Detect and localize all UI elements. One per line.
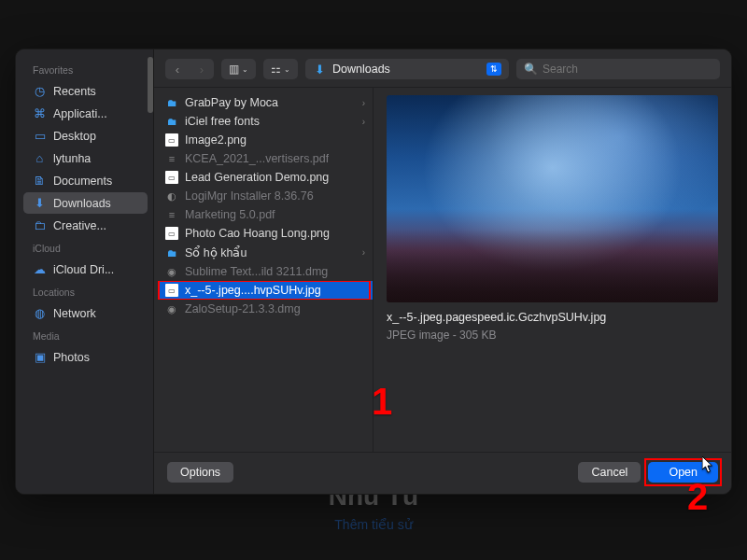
chevron-up-down-icon: ⇅ [486,63,501,76]
sidebar-item-network[interactable]: ◍Network [23,302,148,324]
sidebar-item-label: iCloud Dri... [53,263,114,276]
preview-thumbnail [387,95,718,302]
group-switcher: ⚏⌄ [263,59,298,79]
folder-icon: 🖿 [165,115,178,128]
chevron-right-icon: › [362,247,365,258]
sidebar-item-applicati[interactable]: ⌘Applicati... [23,103,148,124]
dialog-footer: Options Cancel Open [154,452,731,494]
sidebar-item-label: Downloads [53,197,111,210]
toolbar: ‹ › ▥⌄ ⚏⌄ ⬇ Downloads ⇅ 🔍 [154,49,731,87]
sidebar-item-recents[interactable]: ◷Recents [23,80,148,102]
sidebar-item-label: Applicati... [53,107,107,120]
file-name-label: LogiMgr Installer 8.36.76 [185,189,314,203]
forward-button[interactable]: › [190,59,214,79]
file-row[interactable]: 🖿Sổ hộ khẩu› [158,243,373,262]
grid-view-button[interactable]: ⚏⌄ [263,59,298,79]
download-icon: ⬇ [33,196,47,210]
file-name-label: Sổ hộ khẩu [185,245,247,259]
file-row[interactable]: ▭x_--5-.jpeg....hvpSUHv.jpg [158,281,373,300]
search-input[interactable] [543,63,712,76]
sidebar: Favorites◷Recents⌘Applicati...▭Desktop⌂l… [16,49,154,494]
file-row[interactable]: ≡KCEA_2021_...vertisers.pdf [158,149,373,168]
search-icon: 🔍 [524,63,538,76]
view-switcher: ▥⌄ [221,59,256,79]
file-column[interactable]: 🖿GrabPay by Moca›🖿iCiel free fonts›▭Imag… [154,88,374,452]
file-row[interactable]: ▭Photo Cao Hoang Long.png [158,224,373,243]
sidebar-item-iclouddri[interactable]: ☁iCloud Dri... [23,259,148,280]
dmg-icon: ◉ [165,302,178,315]
folder-icon: 🗀 [33,218,47,232]
file-name-label: Lead Generation Demo.png [185,171,329,184]
file-name-label: Sublime Text...ild 3211.dmg [185,265,328,278]
clock-icon: ◷ [33,84,47,98]
preview-metadata: JPEG image - 305 KB [387,329,718,342]
sidebar-scrollbar[interactable] [148,57,153,113]
file-row[interactable]: 🖿GrabPay by Moca› [158,93,373,112]
preview-panel: x_--5-.jpeg.pagespeed.ic.GczhvpSUHv.jpg … [374,88,731,452]
sidebar-section-title: Favorites [23,59,153,79]
nav-buttons: ‹ › [165,59,214,79]
sidebar-item-label: lytunha [53,152,91,165]
chevron-right-icon: › [362,117,365,127]
file-name-label: Image2.png [185,133,247,147]
file-row[interactable]: ≡Marketing 5.0.pdf [158,205,373,224]
image-icon: ▭ [165,227,178,240]
photos-icon: ▣ [33,350,47,364]
app-icon: ⌘ [33,106,47,120]
file-name-label: Photo Cao Hoang Long.png [185,227,330,240]
file-row[interactable]: ▭Image2.png [158,131,373,149]
location-popup[interactable]: ⬇ Downloads ⇅ [305,59,509,79]
download-icon: ⬇ [313,63,327,77]
file-name-label: ZaloSetup-21.3.3.dmg [185,302,301,315]
cloud-icon: ☁ [33,262,47,276]
file-name-label: KCEA_2021_...vertisers.pdf [185,152,329,165]
sidebar-item-creative[interactable]: 🗀Creative... [23,215,148,236]
globe-icon: ◍ [33,306,47,320]
main-panel: ‹ › ▥⌄ ⚏⌄ ⬇ Downloads ⇅ 🔍 🖿GrabPay by Mo… [154,49,731,494]
pdf-icon: ≡ [165,152,178,165]
cancel-button[interactable]: Cancel [578,462,641,483]
sidebar-item-label: Desktop [53,130,96,143]
file-name-label: Marketing 5.0.pdf [185,208,275,221]
sidebar-item-desktop[interactable]: ▭Desktop [23,125,148,147]
columns-view-button[interactable]: ▥⌄ [221,59,256,79]
sidebar-section-title: Media [23,325,153,345]
sidebar-item-label: Recents [53,85,96,98]
search-field[interactable]: 🔍 [516,59,720,79]
open-button[interactable]: Open [648,462,718,483]
back-button[interactable]: ‹ [165,59,190,79]
image-icon: ▭ [165,133,178,147]
options-button[interactable]: Options [167,462,233,483]
image-icon: ▭ [165,284,178,297]
sidebar-item-label: Creative... [53,219,106,232]
folder-icon: 🖿 [165,246,178,259]
folder-icon: 🖿 [165,96,178,109]
file-name-label: iCiel free fonts [185,115,260,128]
sidebar-section-title: iCloud [23,237,153,258]
sidebar-item-documents[interactable]: 🗎Documents [23,170,148,191]
sidebar-section-title: Locations [23,281,153,301]
chevron-right-icon: › [362,98,365,108]
file-name-label: x_--5-.jpeg....hvpSUHv.jpg [185,284,321,297]
home-icon: ⌂ [33,151,47,165]
file-name-label: GrabPay by Moca [185,96,278,109]
sidebar-item-label: Network [53,307,96,320]
file-row[interactable]: ▭Lead Generation Demo.png [158,168,373,187]
location-label: Downloads [332,63,481,76]
dmg-icon: ◉ [165,265,178,278]
sidebar-item-downloads[interactable]: ⬇Downloads [23,192,148,214]
image-icon: ▭ [165,171,178,184]
file-row[interactable]: ◉ZaloSetup-21.3.3.dmg [158,300,373,318]
sidebar-item-lytunha[interactable]: ⌂lytunha [23,147,148,169]
file-row[interactable]: ◉Sublime Text...ild 3211.dmg [158,262,373,281]
file-row[interactable]: 🖿iCiel free fonts› [158,112,373,131]
sidebar-item-label: Photos [53,351,90,364]
sidebar-item-label: Documents [53,175,112,188]
sidebar-item-photos[interactable]: ▣Photos [23,346,148,368]
preview-filename: x_--5-.jpeg.pagespeed.ic.GczhvpSUHv.jpg [387,310,718,326]
desktop-icon: ▭ [33,129,47,143]
pdf-icon: ≡ [165,208,178,221]
app-icon: ◐ [165,189,178,203]
file-row[interactable]: ◐LogiMgr Installer 8.36.76 [158,187,373,205]
doc-icon: 🗎 [33,174,47,188]
